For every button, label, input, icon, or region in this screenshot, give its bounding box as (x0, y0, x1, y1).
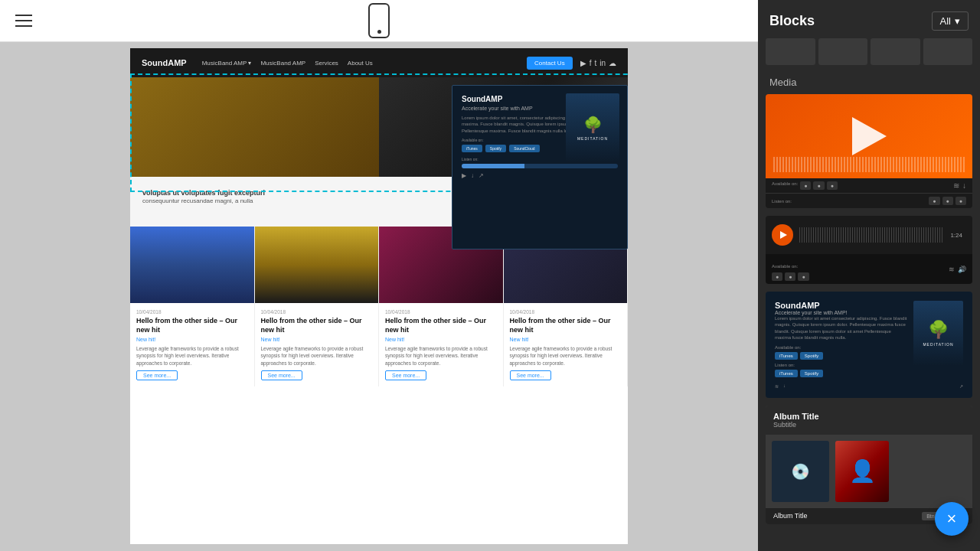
sidebar-tab-3[interactable] (871, 38, 920, 65)
meditation-label: MEDITATION (577, 136, 608, 141)
close-icon: × (947, 509, 957, 529)
media-card-orange-bg (766, 94, 972, 178)
sidebar-header: Blocks All ▾ (758, 0, 980, 38)
blog-subtitle-2: New hit! (261, 337, 373, 342)
sfc-listen-btn-2[interactable]: Spotify (800, 370, 823, 377)
card-soundcloud-btn[interactable]: SoundCloud (509, 145, 540, 152)
hero-image-1 (130, 77, 379, 177)
nav-about[interactable]: About Us (348, 60, 373, 67)
media-card-footer-1: Available on: ● ● ● ≋ ↓ (766, 178, 972, 193)
blog-date-3: 10/04/2018 (385, 309, 497, 315)
volume-icon[interactable]: 🔊 (958, 266, 966, 273)
hamburger-button[interactable] (15, 15, 32, 27)
top-toolbar (0, 0, 758, 42)
twitter-icon[interactable]: t (594, 59, 596, 67)
blog-title-4: Hello from the other side – Our new hit (510, 317, 622, 334)
store-btn-2[interactable]: ● (785, 272, 795, 281)
nav-musicband[interactable]: MusicBand AMP (260, 60, 305, 67)
phone-home-button (377, 30, 381, 34)
nav-musicband-dropdown[interactable]: MusicBand AMP ▾ (202, 60, 252, 67)
blog-subtitle-4: New hit! (510, 337, 622, 342)
meditation-tree-icon: 🌳 (583, 116, 603, 134)
sfc-listen-btn-1[interactable]: iTunes (775, 370, 798, 377)
card-share-icon[interactable]: ↗ (479, 172, 484, 179)
linkedin-icon[interactable]: in (599, 59, 606, 67)
card-spotify-btn[interactable]: Spotify (485, 145, 506, 152)
close-fab-button[interactable]: × (935, 502, 969, 536)
blog-card-4: 10/04/2018 Hello from the other side – O… (504, 227, 629, 386)
sfc-footer-icons: ≋ ↓ (775, 383, 786, 389)
sfc-spotify[interactable]: Spotify (800, 352, 823, 360)
sidebar-tab-2[interactable] (818, 38, 868, 65)
nav-services[interactable]: Services (315, 60, 338, 67)
card-itunes-btn[interactable]: iTunes (462, 145, 482, 152)
sidebar-tabs (758, 38, 980, 65)
sfc-download-icon[interactable]: ↓ (783, 383, 786, 389)
nav-contact-button[interactable]: Contact Us (527, 57, 573, 70)
album-header-left: Album Title Subtitle (773, 412, 819, 429)
sfc-left: SoundAMP Accelerate your site with AMP! … (775, 301, 907, 377)
media-section-title: Media (758, 73, 980, 94)
album-title: Album Title (773, 412, 819, 421)
store-btns-2: ● ● ● (772, 272, 809, 281)
all-dropdown-button[interactable]: All ▾ (932, 11, 969, 31)
blog-text-2: Leverage agile frameworks to provide a r… (261, 345, 373, 366)
spotify-btn[interactable]: ● (813, 181, 824, 190)
store-btn-1[interactable]: ● (772, 272, 782, 281)
card-player-controls: ▶ ↓ ↗ (462, 172, 618, 179)
blog-btn-4[interactable]: See more... (510, 370, 551, 380)
listen-btn-2[interactable]: ● (942, 197, 953, 205)
media-card-2-player: 1:24 (766, 216, 972, 254)
album-cover-left: 💿 (772, 441, 829, 502)
instagram-icon[interactable]: ☁ (609, 59, 616, 67)
phone-icon (368, 3, 390, 38)
blog-btn-2[interactable]: See more... (261, 370, 302, 380)
sidebar-tab-4[interactable] (923, 38, 973, 65)
play-button-icon[interactable] (852, 117, 887, 155)
blog-date-1: 10/04/2018 (136, 309, 248, 315)
device-preview-toggle[interactable] (368, 3, 390, 38)
time-display: 1:24 (950, 232, 962, 239)
sfc-available: Available on: (775, 345, 907, 350)
blog-card-3-body: 10/04/2018 Hello from the other side – O… (379, 303, 503, 386)
play-circle-btn[interactable] (772, 224, 793, 246)
card-album-image: 🌳 MEDITATION (566, 93, 619, 162)
blog-btn-1[interactable]: See more... (136, 370, 178, 380)
media-card-dark-waveform[interactable]: 1:24 Available on: ● ● ● ≋ 🔊 (766, 216, 972, 284)
blog-date-2: 10/04/2018 (261, 309, 373, 315)
youtube-icon[interactable]: ▶ (580, 59, 586, 67)
media-player-icons: ≋ ↓ (953, 181, 966, 190)
soundamp-popup-card: SoundAMP Accelerate your site with AMP L… (452, 85, 628, 249)
blog-text-1: Leverage agile frameworks to provide a r… (136, 345, 248, 366)
media-listen-footer: Listen on: ● ● ● (766, 193, 972, 208)
listen-label: Listen on: (772, 199, 792, 204)
media-card-orange-player[interactable]: Available on: ● ● ● ≋ ↓ Listen on: ● ● ● (766, 94, 972, 208)
sidebar-tab-1[interactable] (766, 38, 815, 65)
waveform-small (799, 227, 944, 243)
sfc-share-icon[interactable]: ↗ (959, 383, 963, 389)
media-card-2-footer: Available on: ● ● ● ≋ 🔊 (766, 254, 972, 284)
blog-date-4: 10/04/2018 (510, 309, 622, 315)
store-btn-3[interactable]: ● (798, 272, 808, 281)
card-play-icon[interactable]: ▶ (462, 172, 466, 179)
listen-btn-1[interactable]: ● (929, 197, 939, 205)
sfc-tree-icon: 🌳 (928, 320, 949, 340)
download-icon-2[interactable]: ↓ (962, 181, 966, 190)
itunes-btn[interactable]: ● (800, 181, 811, 190)
facebook-icon[interactable]: f (590, 59, 592, 67)
sfc-listen: Listen on: (775, 363, 907, 367)
dropdown-arrow-icon: ▾ (955, 15, 960, 27)
soundamp-full-block-card[interactable]: SoundAMP Accelerate your site with AMP! … (766, 292, 972, 398)
listen-btn-3[interactable]: ● (956, 197, 966, 205)
blog-title-1: Hello from the other side – Our new hit (136, 317, 248, 334)
blog-cards-row: 10/04/2018 Hello from the other side – O… (130, 227, 628, 386)
sfc-itunes[interactable]: iTunes (775, 352, 798, 360)
sfc-wave-icon: ≋ (775, 383, 779, 389)
blog-btn-3[interactable]: See more... (385, 370, 426, 380)
content-area: voluptas ut voluptates fugit excepturi c… (130, 177, 628, 227)
album-card-body: 💿 👤 (766, 435, 972, 508)
sfc-logo: SoundAMP (775, 301, 907, 310)
card-download-icon[interactable]: ↓ (471, 172, 474, 179)
soundcloud-btn[interactable]: ● (827, 181, 838, 190)
album-subtitle: Subtitle (773, 421, 819, 429)
